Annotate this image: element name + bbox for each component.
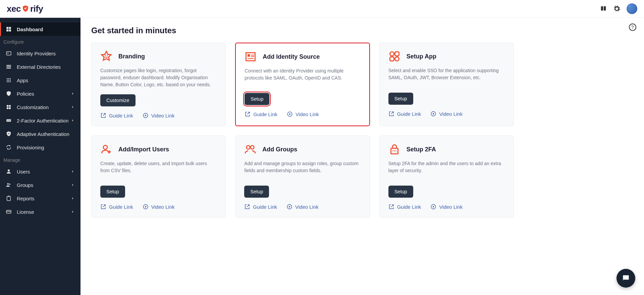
svg-rect-21 (9, 107, 11, 109)
sidebar-item-label: Identity Providers (17, 51, 56, 56)
video-link[interactable]: Video Link (430, 111, 463, 117)
setup-button[interactable]: Setup (245, 93, 269, 105)
video-link[interactable]: Video Link (287, 111, 319, 117)
sidebar-item-label: Dashboard (17, 27, 43, 32)
svg-rect-40 (248, 58, 254, 59)
brand-logo[interactable]: xec rify (7, 4, 43, 14)
sidebar-item-dashboard[interactable]: Dashboard (0, 22, 80, 36)
svg-point-10 (8, 78, 9, 79)
card-title: Branding (118, 53, 145, 60)
svg-point-54 (394, 150, 395, 151)
guide-link[interactable]: Guide Link (388, 111, 421, 117)
svg-rect-38 (251, 55, 254, 55)
card-desc: Select and enable SSO for the applicatio… (388, 67, 505, 87)
sidebar-item-2fa[interactable]: 123 2-Factor Authentication (0, 114, 80, 127)
svg-point-15 (7, 81, 8, 82)
card-add-groups: Add Groups Add and manage groups to assi… (235, 136, 370, 217)
book-icon[interactable] (600, 5, 607, 12)
guide-link[interactable]: Guide Link (244, 204, 277, 210)
sidebar-item-label: Groups (17, 182, 33, 188)
svg-rect-43 (395, 52, 399, 56)
sidebar-item-customization[interactable]: Customization (0, 100, 80, 114)
svg-rect-28 (8, 196, 10, 197)
chevron-right-icon (70, 169, 75, 174)
svg-rect-44 (390, 57, 394, 61)
page-title: Get started in minutes (91, 26, 633, 35)
svg-rect-8 (6, 68, 11, 68)
sidebar-item-policies[interactable]: Policies (0, 87, 80, 100)
svg-rect-2 (6, 30, 8, 32)
setup-button[interactable]: Setup (388, 186, 413, 198)
sidebar-item-label: Adaptive Authentication (17, 131, 69, 137)
svg-point-11 (10, 78, 11, 79)
svg-point-53 (392, 150, 393, 151)
sidebar-item-label: Provisioning (17, 145, 44, 150)
setup-button[interactable]: Setup (388, 93, 413, 105)
video-link[interactable]: Video Link (143, 112, 175, 118)
card-setup-2fa: Setup 2FA Setup 2FA for the admin and th… (379, 136, 514, 217)
dashboard-icon (5, 26, 12, 33)
video-link[interactable]: Video Link (143, 204, 175, 210)
guide-link[interactable]: Guide Link (100, 204, 133, 210)
chevron-right-icon (70, 183, 75, 187)
id-source-icon (245, 51, 257, 63)
video-link[interactable]: Video Link (286, 204, 319, 210)
guide-link[interactable]: Guide Link (388, 204, 421, 210)
svg-rect-30 (6, 211, 11, 212)
svg-rect-37 (248, 54, 250, 57)
customize-button[interactable]: Customize (100, 94, 136, 106)
svg-point-9 (7, 78, 8, 79)
card-desc: Add and manage groups to assign roles, g… (244, 160, 361, 180)
svg-rect-0 (6, 27, 8, 29)
app-header: xec rify (0, 0, 644, 18)
puzzle-icon (5, 104, 12, 110)
card-title: Add Identity Source (263, 53, 320, 60)
id-card-icon (5, 50, 12, 57)
svg-point-14 (10, 80, 11, 81)
guide-link[interactable]: Guide Link (100, 112, 133, 118)
grid-icon (5, 77, 12, 84)
card-title: Add/Import Users (118, 146, 169, 153)
sidebar-item-adaptive-auth[interactable]: Adaptive Authentication (0, 127, 80, 141)
svg-point-49 (247, 146, 250, 149)
setup-button[interactable]: Setup (244, 186, 269, 198)
sidebar-item-license[interactable]: License (0, 205, 80, 218)
help-icon[interactable]: ? (629, 23, 637, 31)
header-actions (600, 3, 637, 14)
sidebar-item-apps[interactable]: Apps (0, 73, 80, 87)
svg-rect-4 (6, 52, 11, 55)
user-icon (5, 168, 12, 175)
sidebar-item-groups[interactable]: Groups (0, 178, 80, 192)
sidebar-item-identity-providers[interactable]: Identity Providers (0, 47, 80, 60)
setup-button[interactable]: Setup (100, 186, 125, 198)
card-add-users: Add/Import Users Create, update, delete … (91, 136, 226, 217)
svg-point-33 (105, 55, 106, 56)
main-content: ? Get started in minutes Branding Custom… (80, 18, 644, 295)
sync-icon (5, 144, 12, 151)
avatar[interactable] (627, 3, 637, 14)
sidebar-item-label: Policies (17, 91, 34, 97)
video-link[interactable]: Video Link (430, 204, 463, 210)
card-desc: Create, update, delete users, and import… (100, 160, 217, 180)
sidebar-item-provisioning[interactable]: Provisioning (0, 141, 80, 154)
sidebar-item-reports[interactable]: Reports (0, 192, 80, 205)
gear-icon[interactable] (613, 5, 621, 12)
groups-icon (244, 143, 256, 155)
user-plus-icon (100, 143, 112, 155)
sidebar-item-external-directories[interactable]: External Directories (0, 60, 80, 73)
svg-text:?: ? (631, 24, 634, 30)
svg-point-25 (7, 183, 9, 185)
card-icon (5, 208, 12, 215)
sidebar-item-label: Reports (17, 196, 35, 201)
chevron-right-icon (70, 118, 75, 123)
chat-fab[interactable] (616, 269, 635, 288)
guide-link[interactable]: Guide Link (245, 111, 277, 117)
sidebar-item-users[interactable]: Users (0, 165, 80, 178)
card-add-identity-source: Add Identity Source Connect with an Iden… (235, 43, 370, 126)
clipboard-icon (5, 195, 12, 202)
sidebar-item-label: License (17, 209, 34, 215)
logo-text-b: rify (30, 4, 43, 14)
sidebar: Dashboard Configure Identity Providers E… (0, 18, 80, 295)
svg-point-24 (8, 169, 10, 171)
svg-point-50 (251, 146, 254, 149)
